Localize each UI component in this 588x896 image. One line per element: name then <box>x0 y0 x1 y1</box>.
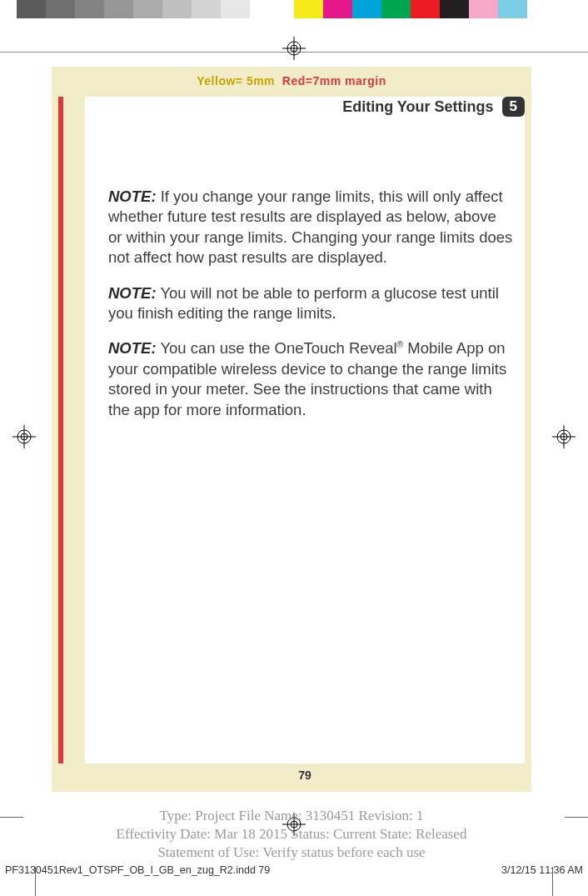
swatch <box>192 0 221 18</box>
registration-mark-icon <box>282 37 306 63</box>
page-number: 79 <box>85 768 525 782</box>
note-text: You will not be able to perform a glucos… <box>108 284 499 322</box>
crop-mark <box>565 817 588 818</box>
document-metadata: Type: Project File Name: 3130451 Revisio… <box>52 807 531 862</box>
note-paragraph: NOTE: You will not be able to perform a … <box>108 283 513 324</box>
meta-line: Type: Project File Name: 3130451 Revisio… <box>52 807 531 825</box>
red-margin-label: Red=7mm margin <box>282 74 386 88</box>
note-paragraph: NOTE: If you change your range limits, t… <box>108 187 513 268</box>
margin-annotation: Yellow= 5mm Red=7mm margin <box>52 74 531 88</box>
swatch <box>17 0 46 18</box>
swatch <box>75 0 104 18</box>
note-text: You can use the OneTouch Reveal® Mobile … <box>108 339 506 418</box>
registration-mark-icon <box>12 425 36 452</box>
swatch <box>162 0 192 18</box>
swatch <box>104 0 133 18</box>
footer-timestamp: 3/12/15 11:36 AM <box>501 864 583 876</box>
bleed-area: Yellow= 5mm Red=7mm margin Editing Your … <box>52 67 531 792</box>
footer-filename: PF3130451Rev1_OTSPF_OB_I_GB_en_zug_R2.in… <box>5 864 270 876</box>
note-paragraph: NOTE: You can use the OneTouch Reveal® M… <box>108 338 513 420</box>
swatch <box>46 0 75 18</box>
print-footer: PF3130451Rev1_OTSPF_OB_I_GB_en_zug_R2.in… <box>0 864 588 876</box>
page-header: Editing Your Settings 5 <box>342 97 525 117</box>
swatch <box>250 0 279 18</box>
meta-line: Effectivity Date: Mar 18 2015 Status: Cu… <box>52 825 531 843</box>
swatch <box>469 0 498 18</box>
note-text: If you change your range limits, this wi… <box>108 188 512 266</box>
registration-mark-icon <box>552 425 576 452</box>
meta-line: Statement of Use: Verify status before e… <box>52 843 531 862</box>
swatch <box>498 0 527 18</box>
chapter-badge: 5 <box>502 97 525 117</box>
section-title: Editing Your Settings <box>342 98 493 116</box>
manual-page: Editing Your Settings 5 NOTE: If you cha… <box>85 97 525 763</box>
print-sheet: Yellow= 5mm Red=7mm margin Editing Your … <box>0 0 588 896</box>
swatch <box>411 0 440 18</box>
red-margin-bar <box>58 97 63 763</box>
swatch <box>381 0 411 18</box>
crop-mark <box>0 817 23 818</box>
yellow-margin-label: Yellow= 5mm <box>197 74 275 88</box>
swatch <box>440 0 469 18</box>
color-calibration-bar <box>0 0 588 18</box>
swatch <box>323 0 352 18</box>
swatch <box>352 0 381 18</box>
swatch <box>133 0 162 18</box>
swatch <box>294 0 323 18</box>
swatch <box>221 0 250 18</box>
page-body: NOTE: If you change your range limits, t… <box>108 187 513 435</box>
